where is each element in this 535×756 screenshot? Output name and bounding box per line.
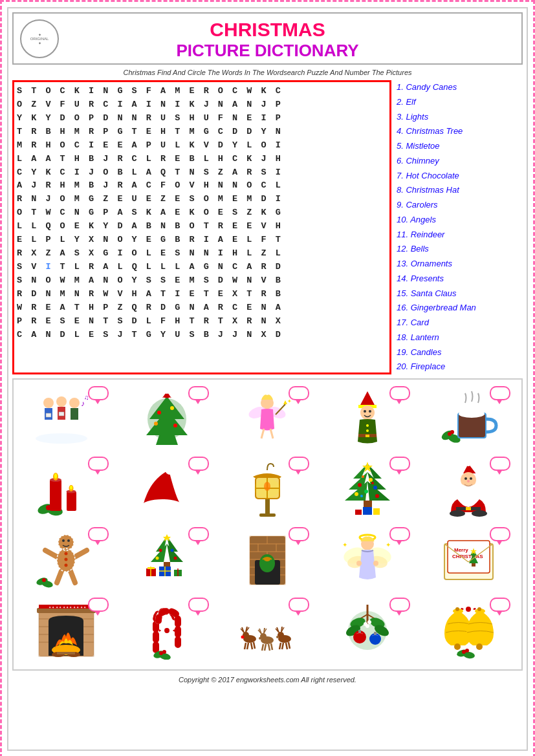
svg-point-53 (165, 464, 175, 475)
svg-rect-90 (466, 507, 471, 510)
svg-line-19 (261, 429, 264, 438)
svg-rect-6 (46, 413, 51, 417)
carolers-svg: ♪ ♫ (36, 390, 97, 448)
svg-point-77 (371, 482, 374, 484)
svg-line-196 (265, 644, 266, 651)
svg-rect-46 (67, 491, 76, 511)
svg-point-118 (173, 556, 177, 559)
candles-svg (36, 460, 97, 519)
svg-rect-171 (57, 652, 75, 654)
svg-line-185 (245, 643, 246, 649)
svg-point-74 (375, 494, 379, 498)
svg-rect-79 (355, 510, 362, 515)
candy-canes-picture (122, 596, 212, 664)
pictures-row-4: ✦ ✦ ✦ ✦ ✦ ✦ ✦ ✦ ✦ ✦ ✦ (16, 596, 519, 664)
title-box: ✦ORIGINAL✦ CHRISTMAS PICTURE DICTIONARY (12, 12, 523, 65)
word-list-item-19: 19. Candles (397, 345, 523, 360)
candy-canes-svg (136, 601, 198, 660)
fairy-svg: ✦ (237, 390, 298, 448)
fairy-picture: ✦ (222, 385, 312, 453)
main-content-area: S T O C K I N G S F A M E R O C W K C O … (12, 80, 523, 374)
svg-point-73 (355, 492, 358, 496)
santa-svg (438, 460, 499, 519)
grid-row-4: T R B H M R P G T E H T M G C D D Y N (17, 125, 387, 139)
word-list-item-13: 13. Ornaments (397, 257, 523, 272)
carolers-picture: ♪ ♫ (21, 385, 112, 453)
svg-point-225 (367, 620, 371, 624)
elf-bubble (389, 386, 410, 400)
pictures-section: ♪ ♫ (12, 378, 523, 671)
svg-point-148 (373, 561, 378, 566)
gingerbread-man-picture (21, 526, 112, 594)
bells-picture (423, 596, 514, 664)
word-list-item-5: 5. Mistletoe (397, 139, 523, 154)
svg-line-101 (71, 571, 75, 583)
svg-point-104 (65, 552, 68, 555)
svg-line-186 (247, 643, 248, 649)
svg-point-71 (369, 478, 373, 482)
candy-canes-bubble (188, 598, 209, 612)
ornaments-svg (337, 601, 399, 660)
instruction-text: Christmas Find And Circle The Words In T… (12, 69, 523, 76)
word-list: 1. Candy Canes 2. Elf 3. Lights 4. Chris… (397, 80, 523, 374)
svg-point-70 (358, 483, 362, 487)
grid-row-3: Y K Y D O P D N N R U S H U F N E I P (17, 112, 387, 125)
pictures-row-3: ✦ ✦ Merry CHRISTMAS (16, 526, 519, 594)
svg-point-92 (472, 510, 487, 517)
lantern-bubble (289, 457, 309, 471)
svg-rect-32 (366, 435, 369, 437)
card-picture: Merry CHRISTMAS (423, 526, 514, 594)
grid-row-16: R D N M N R W V H A T I E T E X T R B (17, 288, 387, 301)
svg-point-51 (70, 486, 72, 490)
word-list-item-14: 14. Presents (397, 272, 523, 286)
svg-line-206 (282, 643, 283, 649)
fireplace-picture: ✦ ✦ ✦ ✦ ✦ ✦ ✦ ✦ ✦ ✦ ✦ (21, 596, 112, 664)
svg-line-188 (254, 642, 255, 649)
svg-line-198 (271, 643, 272, 650)
grid-row-9: R N J O M G Z E U E Z E S O M E M D I (17, 193, 387, 206)
svg-point-0 (43, 398, 54, 408)
svg-point-230 (454, 643, 461, 650)
chimney-svg (237, 531, 298, 589)
santa-claus-bubble (490, 457, 510, 471)
svg-point-102 (62, 539, 65, 542)
tree-presents-bubble (188, 527, 209, 541)
elf-svg (337, 390, 399, 448)
card-svg: Merry CHRISTMAS (438, 531, 499, 589)
svg-point-49 (54, 473, 57, 479)
pictures-row-2 (16, 455, 519, 523)
svg-point-106 (65, 563, 68, 567)
svg-point-14 (154, 422, 158, 426)
ornaments-bubble (389, 598, 410, 612)
svg-point-78 (360, 495, 363, 497)
tree-small-svg (136, 390, 198, 448)
svg-rect-55 (259, 513, 276, 517)
svg-point-229 (455, 607, 459, 611)
santa-claus-picture (423, 455, 514, 523)
christmas-tree-big-svg (337, 460, 399, 519)
svg-point-10 (36, 433, 87, 444)
svg-point-117 (155, 556, 158, 559)
svg-point-147 (356, 561, 362, 566)
svg-line-98 (45, 550, 57, 557)
svg-line-99 (75, 550, 87, 557)
svg-marker-110 (151, 544, 167, 562)
wordsearch-grid-container: S T O C K I N G S F A M E R O C W K C O … (12, 80, 391, 374)
word-list-item-12: 12. Bells (397, 242, 523, 257)
svg-text:✦ ✦ ✦ ✦ ✦ ✦ ✦ ✦ ✦ ✦ ✦: ✦ ✦ ✦ ✦ ✦ ✦ ✦ ✦ ✦ ✦ ✦ (49, 605, 86, 609)
chimney-bubble (289, 527, 309, 541)
grid-row-19: C A N D L E S J T G Y U S B J J N X D (17, 329, 387, 342)
word-list-item-8: 8. Christmas Hat (397, 183, 523, 198)
svg-point-84 (465, 460, 472, 466)
svg-point-211 (276, 636, 279, 638)
svg-point-72 (373, 486, 377, 490)
svg-point-15 (173, 424, 177, 427)
grid-row-7: C Y K C I J O B L A Q T N S Z A R S I (17, 166, 387, 180)
svg-line-197 (268, 644, 270, 651)
word-list-item-9: 9. Carolers (397, 198, 523, 213)
svg-point-29 (366, 424, 369, 427)
angel-bubble (389, 527, 410, 541)
word-list-item-17: 17. Card (397, 316, 523, 330)
word-list-item-1: 1. Candy Canes (397, 80, 523, 95)
grid-row-15: S N O W M A N O Y S S E M S D W N V B (17, 274, 387, 288)
